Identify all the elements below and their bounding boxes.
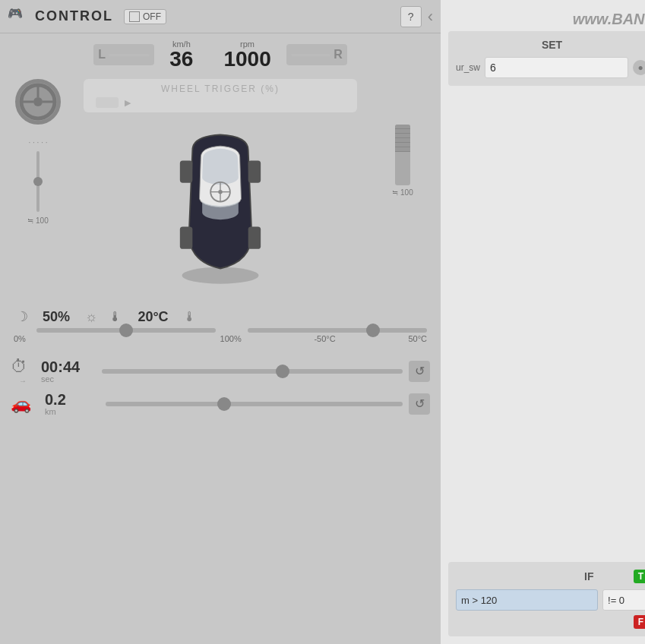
if-condition-row — [456, 589, 645, 611]
stats-bar: L km/h 36 rpm 1000 R — [0, 33, 441, 73]
distance-value: 0.2 — [45, 391, 106, 409]
if-box: IF T F — [448, 562, 645, 636]
right-indicator: R — [286, 44, 347, 65]
spacer — [448, 98, 645, 562]
brightness-temp-row: ☽ 50% ☼ 🌡 20°C 🌡 — [11, 308, 430, 325]
timer-value: 00:44 — [41, 358, 102, 376]
timer-slider-container: ↺ — [102, 361, 430, 382]
badge-true: T — [634, 570, 645, 583]
help-button[interactable]: ? — [400, 6, 422, 27]
wheel-trigger-panel: WHEEL TRIGGER (%) ▶ — [84, 79, 357, 112]
gamepad-icon: 🎮 — [8, 6, 29, 27]
set-row: ur_sw ● — [456, 57, 645, 78]
left-slider-container: · · · · · ≒ 100 — [27, 138, 48, 225]
rpm-value: 1000 — [223, 49, 270, 70]
timer-slider[interactable] — [102, 369, 403, 374]
left-indicator: L — [93, 44, 154, 65]
set-title: SET — [456, 39, 645, 51]
back-button[interactable]: ‹ — [428, 7, 433, 27]
right-controls: ≒ 100 — [372, 79, 433, 295]
if-false-row: F — [456, 615, 645, 629]
set-label: ur_sw — [456, 62, 480, 73]
svg-point-5 — [182, 267, 259, 284]
watermark: www.BAND — [448, 8, 645, 31]
left-controls: · · · · · ≒ 100 — [8, 79, 68, 295]
distance-row: 🚗 0.2 km ↺ — [11, 391, 430, 416]
badge-false: F — [634, 615, 645, 629]
brightness-max: 100% — [220, 334, 242, 343]
toggle-checkbox[interactable] — [129, 11, 140, 22]
control-area: · · · · · ≒ 100 WHEEL TRIGGER (%) ▶ — [0, 73, 441, 301]
if-header: IF T — [456, 570, 645, 583]
if-value-input[interactable] — [602, 589, 645, 611]
right-pedal-vertical[interactable] — [395, 125, 410, 185]
if-title: IF — [545, 570, 634, 582]
set-box: SET ur_sw ● — [448, 31, 645, 86]
clock-icon: ⏱ — [11, 357, 27, 377]
svg-rect-7 — [248, 160, 261, 182]
temp-max: 50°C — [408, 334, 427, 343]
right-panel: www.BAND SET ur_sw ● IF T F — [441, 0, 645, 644]
header: 🎮 CONTROL OFF ? ‹ — [0, 0, 441, 33]
rpm-display: rpm 1000 — [223, 39, 270, 70]
speed-display: km/h 36 — [169, 39, 193, 70]
distance-slider-container: ↺ — [106, 393, 430, 415]
brightness-value: 50% — [33, 309, 79, 325]
distance-unit: km — [45, 407, 106, 416]
timer-section: ⏱ → 00:44 sec ↺ 🚗 0 — [0, 349, 441, 430]
timer-icon-container: ⏱ → — [11, 357, 35, 385]
if-condition-input[interactable] — [456, 589, 598, 611]
distance-value-container: 0.2 km — [45, 391, 106, 416]
center-area: WHEEL TRIGGER (%) ▶ — [68, 79, 372, 295]
timer-reset-button[interactable]: ↺ — [409, 361, 430, 382]
brightness-min: 0% — [14, 334, 26, 343]
power-toggle[interactable]: OFF — [124, 9, 166, 24]
car-icon: 🚗 — [11, 394, 31, 414]
svg-point-13 — [218, 190, 223, 194]
left-vertical-slider[interactable] — [36, 151, 40, 212]
car-top-view — [152, 117, 289, 295]
app-title: CONTROL — [35, 8, 113, 24]
sliders-section: ☽ 50% ☼ 🌡 20°C 🌡 0% 100% -50°C 50°C — [0, 301, 441, 343]
timer-row: ⏱ → 00:44 sec ↺ — [11, 357, 430, 385]
brightness-slider[interactable] — [36, 328, 216, 333]
set-close-button[interactable]: ● — [633, 60, 645, 75]
right-slider-label: ≒ 100 — [392, 188, 413, 197]
left-slider-label: ≒ 100 — [27, 216, 48, 225]
temperature-slider[interactable] — [248, 328, 427, 333]
right-indicator-label: R — [334, 48, 343, 62]
distance-slider[interactable] — [106, 402, 403, 406]
slider-dots: · · · · · — [28, 138, 47, 147]
svg-rect-9 — [248, 227, 261, 249]
timer-value-container: 00:44 sec — [41, 358, 102, 384]
moon-icon: ☽ — [11, 308, 33, 325]
right-pedal-area: ≒ 100 — [392, 125, 413, 197]
thermometer-icon: 🌡 — [104, 309, 127, 325]
toggle-label: OFF — [143, 11, 161, 22]
svg-point-1 — [33, 97, 43, 106]
svg-rect-6 — [180, 160, 193, 182]
left-indicator-label: L — [98, 48, 106, 62]
set-input[interactable] — [485, 57, 628, 78]
brightness-slider-container — [11, 328, 430, 333]
temp-right-icon: 🌡 — [183, 309, 197, 325]
left-panel: 🎮 CONTROL OFF ? ‹ L km/h 36 rpm 1000 R — [0, 0, 441, 644]
svg-rect-8 — [180, 227, 193, 249]
speed-value: 36 — [169, 49, 193, 70]
sun-icon: ☼ — [85, 309, 98, 325]
steering-wheel-icon — [15, 79, 61, 125]
brightness-range-labels: 0% 100% -50°C 50°C — [11, 334, 430, 343]
temperature-value: 20°C — [127, 309, 180, 325]
car-icon-container: 🚗 — [11, 394, 39, 414]
distance-reset-button[interactable]: ↺ — [409, 393, 430, 415]
wheel-trigger-label: WHEEL TRIGGER (%) — [96, 84, 345, 94]
temp-min: -50°C — [314, 334, 335, 343]
